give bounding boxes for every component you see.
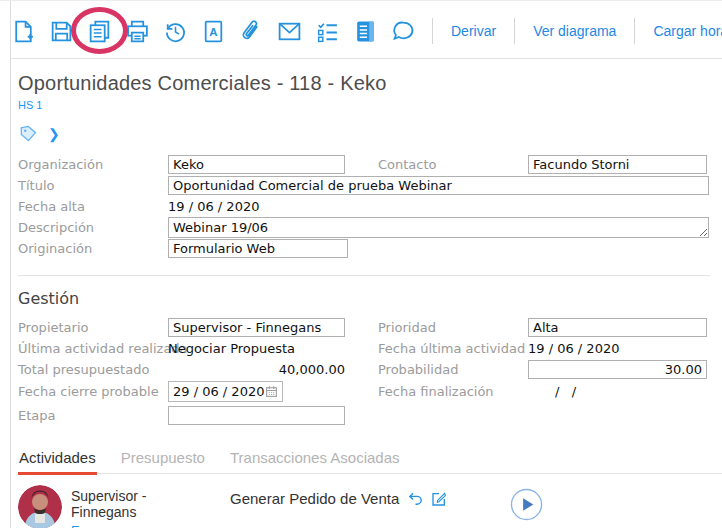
- history-icon[interactable]: [162, 18, 188, 44]
- section-divider: [18, 275, 710, 276]
- prioridad-input[interactable]: [528, 318, 707, 337]
- titulo-input[interactable]: [168, 176, 709, 195]
- fecha-cierre-label: Fecha cierre probable: [18, 384, 168, 399]
- general-form: Organización Contacto Título Fecha alta …: [18, 154, 722, 259]
- toolbar-separator: [634, 18, 635, 44]
- fecha-cierre-value: 29 / 06 / 2020: [173, 384, 264, 399]
- form-row: Fecha alta 19 / 06 / 2020: [18, 196, 722, 217]
- fecha-alta-label: Fecha alta: [18, 199, 168, 214]
- expand-tags-icon[interactable]: ❯: [48, 127, 60, 141]
- undo-icon[interactable]: [407, 490, 424, 507]
- opportunity-detail-page: A: [0, 0, 722, 528]
- propietario-label: Propietario: [18, 320, 168, 335]
- derivar-button[interactable]: Derivar: [437, 23, 510, 39]
- activity-row: Supervisor - Finnegans Empresa Generar P…: [18, 485, 722, 528]
- copy-icon[interactable]: [86, 18, 112, 44]
- checklist-icon[interactable]: [314, 18, 340, 44]
- organizacion-label: Organización: [18, 157, 168, 172]
- gestion-form: Propietario Prioridad Última actividad r…: [18, 317, 722, 426]
- save-icon[interactable]: [48, 18, 74, 44]
- titulo-label: Título: [18, 178, 168, 193]
- form-row: Fecha cierre probable 29 / 06 / 2020 Fec…: [18, 380, 722, 403]
- fecha-ultima-value: 19 / 06 / 2020: [528, 341, 619, 356]
- new-document-icon[interactable]: [10, 18, 36, 44]
- etapa-label: Etapa: [18, 408, 168, 423]
- descripcion-textarea[interactable]: Webinar 19/06: [168, 217, 709, 238]
- probabilidad-label: Probabilidad: [378, 362, 528, 377]
- comment-icon[interactable]: [390, 18, 416, 44]
- form-row: Descripción Webinar 19/06: [18, 217, 722, 238]
- page-title: Oportunidades Comerciales - 118 - Keko: [18, 72, 722, 95]
- activity-user: Supervisor - Finnegans Empresa: [71, 485, 213, 528]
- avatar: [18, 485, 62, 528]
- contacto-label: Contacto: [378, 157, 528, 172]
- tab-presupuesto[interactable]: Presupuesto: [120, 447, 206, 473]
- form-row: Total presupuestado 40,000.00 Probabilid…: [18, 359, 722, 380]
- descripcion-label: Descripción: [18, 220, 168, 235]
- ver-diagrama-button[interactable]: Ver diagrama: [519, 23, 630, 39]
- play-activity-button[interactable]: [510, 488, 543, 525]
- toolbar: A: [10, 11, 722, 51]
- propietario-input[interactable]: [168, 318, 345, 337]
- record-code: HS 1: [18, 99, 722, 111]
- detail-tabs: Actividades Presupuesto Transacciones As…: [18, 447, 722, 474]
- fecha-finalizacion-label: Fecha finalización: [378, 384, 528, 399]
- probabilidad-input[interactable]: [528, 360, 707, 379]
- calendar-icon[interactable]: [265, 385, 278, 398]
- contacto-input[interactable]: [528, 155, 707, 174]
- fecha-ultima-label: Fecha última actividad: [378, 341, 528, 356]
- main-content: Oportunidades Comerciales - 118 - Keko H…: [18, 59, 722, 528]
- tag-icon[interactable]: [18, 124, 38, 144]
- total-presupuestado-label: Total presupuestado: [18, 362, 168, 377]
- attachment-icon[interactable]: [238, 18, 264, 44]
- ultima-actividad-label: Última actividad realizada: [18, 341, 168, 356]
- form-row: Título: [18, 175, 722, 196]
- tab-actividades[interactable]: Actividades: [18, 447, 97, 473]
- originacion-input[interactable]: [168, 239, 348, 258]
- ultima-actividad-value: Negociar Propuesta: [168, 341, 345, 356]
- edit-icon[interactable]: [431, 491, 447, 507]
- form-row: Etapa: [18, 405, 722, 426]
- etapa-input[interactable]: [168, 406, 345, 425]
- toolbar-separator: [514, 18, 515, 44]
- template-a-icon[interactable]: A: [200, 18, 226, 44]
- tab-transacciones-asociadas[interactable]: Transacciones Asociadas: [229, 447, 401, 473]
- tags-row: ❯: [18, 124, 722, 144]
- panel-left-border: [10, 1, 11, 528]
- cargar-horas-button[interactable]: Cargar horas trabajadas: [639, 23, 722, 39]
- activity-main: Generar Pedido de Venta: [230, 485, 447, 507]
- prioridad-label: Prioridad: [378, 320, 528, 335]
- fecha-finalizacion-value: / /: [528, 384, 576, 399]
- form-row: Última actividad realizada Negociar Prop…: [18, 338, 722, 359]
- originacion-label: Originación: [18, 241, 168, 256]
- organizacion-input[interactable]: [168, 155, 345, 174]
- fecha-cierre-input[interactable]: 29 / 06 / 2020: [168, 381, 283, 402]
- print-icon[interactable]: [124, 18, 150, 44]
- form-row: Organización Contacto: [18, 154, 722, 175]
- form-row: Originación: [18, 238, 722, 259]
- activity-action-title: Generar Pedido de Venta: [230, 490, 399, 507]
- fecha-alta-value: 19 / 06 / 2020: [168, 199, 259, 214]
- activity-action-icons: [407, 490, 447, 507]
- activity-user-name: Supervisor - Finnegans: [71, 488, 213, 520]
- total-presupuestado-value: 40,000.00: [168, 362, 345, 377]
- form-row: Propietario Prioridad: [18, 317, 722, 338]
- toolbar-separator: [432, 18, 433, 44]
- gestion-heading: Gestión: [18, 289, 722, 308]
- notes-icon[interactable]: [352, 18, 378, 44]
- svg-text:A: A: [209, 26, 217, 38]
- email-icon[interactable]: [276, 18, 302, 44]
- activity-user-company-link[interactable]: Empresa: [71, 523, 213, 528]
